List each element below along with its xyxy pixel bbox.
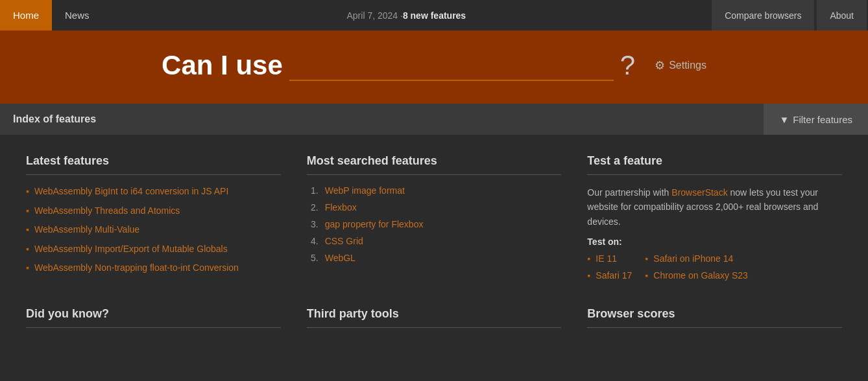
search-feature-link[interactable]: Flexbox [325,202,357,213]
bottom-content: Did you know? Third party tools Browser … [0,301,868,347]
list-item: 4. CSS Grid [307,236,562,246]
search-feature-link[interactable]: WebGL [325,253,356,263]
search-feature-link[interactable]: CSS Grid [325,236,363,246]
index-bar: Index of features ▼ Filter features [0,104,868,135]
settings-button[interactable]: ⚙ Settings [655,58,706,73]
index-label: Index of features [0,113,764,125]
browserstack-link[interactable]: BrowserStack [671,187,727,198]
list-item: 5. WebGL [307,253,562,263]
filter-icon: ▼ [779,114,789,125]
nav-right: Compare browsers About [710,0,868,30]
browser-link-ie11[interactable]: IE 11 [596,253,617,264]
browser-col-1: IE 11 Safari 17 [587,253,632,281]
nav-about[interactable]: About [817,0,867,30]
browser-link-safari17[interactable]: Safari 17 [596,270,632,281]
third-party-col: Third party tools [307,307,562,328]
navigation: Home News April 7, 2024 · 8 new features… [0,0,868,30]
browser-item: Safari 17 [587,270,632,281]
feature-link[interactable]: WebAssembly Threads and Atomics [34,205,180,218]
list-number: 1. [307,185,319,196]
test-description: Our partnership with BrowserStack now le… [587,185,842,229]
did-you-know-col: Did you know? [26,307,281,328]
browser-item: Safari on iPhone 14 [645,253,748,264]
nav-compare[interactable]: Compare browsers [712,0,814,30]
list-item: 3. gap property for Flexbox [307,219,562,229]
feature-link[interactable]: WebAssembly Non-trapping float-to-int Co… [34,262,239,275]
browser-item: IE 11 [587,253,632,264]
main-content: Latest features WebAssembly BigInt to i6… [0,135,868,301]
gear-icon: ⚙ [655,58,665,73]
list-number: 3. [307,219,319,229]
browser-link-chrome-galaxy[interactable]: Chrome on Galaxy S23 [653,270,748,281]
filter-label: Filter features [793,114,852,125]
list-item: WebAssembly BigInt to i64 conversion in … [26,185,281,198]
browser-scores-col: Browser scores [587,307,842,328]
list-item: WebAssembly Non-trapping float-to-int Co… [26,262,281,275]
nav-home[interactable]: Home [0,0,52,30]
list-number: 5. [307,253,319,263]
latest-features-col: Latest features WebAssembly BigInt to i6… [26,154,281,281]
search-feature-link[interactable]: WebP image format [325,185,405,196]
list-number: 4. [307,236,319,246]
list-item: 1. WebP image format [307,185,562,196]
feature-link[interactable]: WebAssembly BigInt to i64 conversion in … [34,185,228,198]
list-number: 2. [307,202,319,213]
feature-link[interactable]: WebAssembly Multi-Value [34,224,139,237]
nav-news[interactable]: News [52,0,102,30]
test-on-label: Test on: [587,237,842,247]
most-searched-title: Most searched features [307,154,562,175]
most-searched-col: Most searched features 1. WebP image for… [307,154,562,281]
browser-item: Chrome on Galaxy S23 [645,270,748,281]
list-item: WebAssembly Import/Export of Mutable Glo… [26,243,281,256]
announcement-highlight: 8 new features [403,10,466,21]
search-input[interactable] [289,51,614,81]
settings-label: Settings [669,60,706,71]
test-feature-col: Test a feature Our partnership with Brow… [587,154,842,281]
third-party-title: Third party tools [307,307,562,328]
hero-question-mark: ? [620,50,635,81]
browser-link-safari-iphone[interactable]: Safari on iPhone 14 [653,253,733,264]
list-item: WebAssembly Multi-Value [26,224,281,237]
hero-section: Can I use ? ⚙ Settings [0,30,868,104]
filter-features-button[interactable]: ▼ Filter features [764,104,868,135]
nav-announcement: April 7, 2024 · 8 new features [102,10,711,21]
test-feature-title: Test a feature [587,154,842,175]
browser-scores-title: Browser scores [587,307,842,328]
nav-left: Home News [0,0,102,30]
most-searched-list: 1. WebP image format 2. Flexbox 3. gap p… [307,185,562,263]
announcement-text: April 7, 2024 · [347,10,403,21]
test-browsers: IE 11 Safari 17 Safari on iPhone 14 Chro… [587,253,842,281]
test-desc-1: Our partnership with [587,187,671,198]
feature-link[interactable]: WebAssembly Import/Export of Mutable Glo… [34,243,228,256]
latest-features-list: WebAssembly BigInt to i64 conversion in … [26,185,281,275]
search-feature-link[interactable]: gap property for Flexbox [325,219,424,229]
did-you-know-title: Did you know? [26,307,281,328]
list-item: WebAssembly Threads and Atomics [26,205,281,218]
browser-col-2: Safari on iPhone 14 Chrome on Galaxy S23 [645,253,748,281]
list-item: 2. Flexbox [307,202,562,213]
hero-title: Can I use [162,50,283,81]
latest-features-title: Latest features [26,154,281,175]
